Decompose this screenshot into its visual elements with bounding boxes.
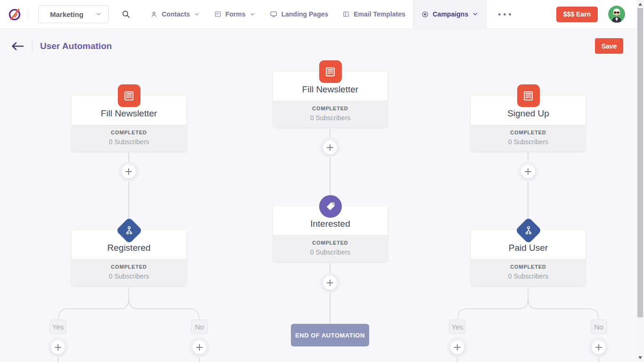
branch-connector xyxy=(457,287,599,320)
save-button[interactable]: Save xyxy=(595,38,623,54)
plus-icon xyxy=(525,168,531,175)
plus-icon xyxy=(454,344,461,351)
top-navbar: Marketing Contacts Forms Land xyxy=(0,0,636,28)
node-interested[interactable]: Interested COMPLETED 0 Subscribers xyxy=(273,206,388,262)
node-subscribers: 0 Subscribers xyxy=(273,248,388,256)
automation-canvas: User Automation Save Fill Newsletter COM… xyxy=(0,28,636,362)
search-button[interactable] xyxy=(121,9,131,19)
nav-item-label: Forms xyxy=(225,10,246,18)
nav-item-contacts[interactable]: Contacts xyxy=(143,0,207,28)
nav-item-campaigns[interactable]: Campaigns xyxy=(413,0,487,28)
ellipsis-icon xyxy=(498,13,501,16)
form-icon xyxy=(214,10,222,18)
layout-columns-icon xyxy=(342,10,350,18)
primary-nav: Contacts Forms Landing Pages Email Templ… xyxy=(143,0,487,28)
tag-icon xyxy=(319,195,342,218)
nav-item-label: Contacts xyxy=(162,10,190,18)
marketing-dropdown[interactable]: Marketing xyxy=(38,5,109,23)
node-subscribers: 0 Subscribers xyxy=(471,138,586,146)
branch-label-no: No xyxy=(590,320,607,334)
node-fill-newsletter[interactable]: Fill Newsletter COMPLETED 0 Subscribers xyxy=(72,96,186,151)
page-title: User Automation xyxy=(40,41,112,51)
nav-item-label: Landing Pages xyxy=(281,10,329,18)
chevron-down-icon xyxy=(194,11,200,17)
node-paid-user[interactable]: Paid User COMPLETED 0 Subscribers xyxy=(471,230,586,286)
user-avatar[interactable] xyxy=(608,6,625,23)
node-footer: COMPLETED 0 Subscribers xyxy=(273,101,388,127)
scrollbar-up-arrow[interactable] xyxy=(638,3,642,6)
search-icon xyxy=(121,9,131,19)
asterisk-circle-icon xyxy=(421,10,429,18)
node-status: COMPLETED xyxy=(471,264,586,270)
node-subscribers: 0 Subscribers xyxy=(471,272,586,280)
add-step-button[interactable] xyxy=(320,137,340,158)
end-of-automation-badge: END OF AUTOMATION xyxy=(291,324,369,346)
node-footer: COMPLETED 0 Subscribers xyxy=(273,235,388,262)
node-subscribers: 0 Subscribers xyxy=(72,272,186,280)
branch-label-yes: Yes xyxy=(449,320,466,334)
more-menu-button[interactable] xyxy=(491,13,519,16)
add-step-button[interactable] xyxy=(588,337,609,358)
node-fill-newsletter[interactable]: Fill Newsletter COMPLETED 0 Subscribers xyxy=(273,72,388,127)
add-step-button[interactable] xyxy=(118,161,139,182)
node-footer: COMPLETED 0 Subscribers xyxy=(72,125,186,151)
branch-label-yes: Yes xyxy=(50,320,66,334)
newsletter-form-icon xyxy=(118,84,140,107)
earn-button[interactable]: $$$ Earn xyxy=(556,7,598,22)
plus-icon xyxy=(595,344,602,351)
branch-label-no: No xyxy=(191,320,208,334)
vertical-scrollbar xyxy=(636,0,644,362)
node-status: COMPLETED xyxy=(471,130,586,135)
node-registered[interactable]: Registered COMPLETED 0 Subscribers xyxy=(72,230,186,286)
node-subscribers: 0 Subscribers xyxy=(273,114,388,122)
add-step-button[interactable] xyxy=(189,337,210,358)
connector-line xyxy=(58,358,58,362)
node-status: COMPLETED xyxy=(273,240,388,246)
header-divider xyxy=(32,40,33,53)
plus-icon xyxy=(196,344,203,351)
chevron-down-icon xyxy=(472,11,479,17)
nav-divider xyxy=(27,8,28,20)
plus-icon xyxy=(55,344,61,351)
marketing-dropdown-label: Marketing xyxy=(50,10,83,18)
plus-icon xyxy=(327,280,333,286)
add-step-button[interactable] xyxy=(48,337,68,358)
add-step-button[interactable] xyxy=(447,337,468,358)
add-step-button[interactable] xyxy=(518,161,538,182)
person-icon xyxy=(150,10,158,18)
branch-connector xyxy=(58,287,199,320)
scrollbar-down-arrow[interactable] xyxy=(638,356,642,359)
connector-line xyxy=(199,358,200,362)
connector-line xyxy=(598,358,599,362)
chevron-down-icon xyxy=(249,11,256,17)
nav-item-label: Campaigns xyxy=(433,10,468,18)
node-status: COMPLETED xyxy=(72,264,186,270)
chevron-down-icon xyxy=(95,11,102,17)
newsletter-form-icon xyxy=(319,60,342,83)
plus-icon xyxy=(327,144,333,151)
app-logo-icon[interactable] xyxy=(7,6,23,22)
scrollbar-thumb[interactable] xyxy=(637,8,643,317)
nav-item-landing-pages[interactable]: Landing Pages xyxy=(263,0,336,28)
node-status: COMPLETED xyxy=(72,130,186,135)
node-footer: COMPLETED 0 Subscribers xyxy=(72,259,186,286)
newsletter-form-icon xyxy=(517,84,540,107)
add-step-button[interactable] xyxy=(320,272,340,293)
arrow-left-icon xyxy=(10,41,25,51)
back-button[interactable] xyxy=(10,41,25,52)
node-footer: COMPLETED 0 Subscribers xyxy=(471,259,586,286)
node-subscribers: 0 Subscribers xyxy=(72,138,186,146)
nav-item-label: Email Templates xyxy=(354,10,405,18)
plus-icon xyxy=(125,168,132,175)
connector-line xyxy=(457,358,458,362)
monitor-icon xyxy=(270,10,278,18)
nav-item-email-templates[interactable]: Email Templates xyxy=(335,0,412,28)
node-footer: COMPLETED 0 Subscribers xyxy=(471,125,586,151)
nav-item-forms[interactable]: Forms xyxy=(207,0,263,28)
node-status: COMPLETED xyxy=(273,106,388,111)
node-signed-up[interactable]: Signed Up COMPLETED 0 Subscribers xyxy=(471,96,586,151)
